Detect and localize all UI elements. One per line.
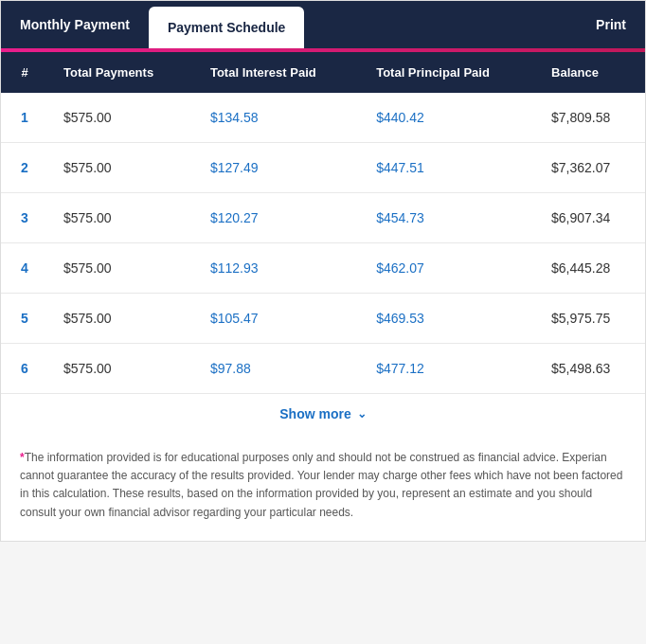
disclaimer: *The information provided is for educati… <box>1 434 645 541</box>
col-header-balance: Balance <box>536 52 645 93</box>
table-row: 3$575.00$120.27$454.73$6,907.34 <box>1 193 645 243</box>
cell-total-payments: $575.00 <box>48 93 195 143</box>
cell-balance: $6,907.34 <box>536 193 645 243</box>
tab-payment-schedule[interactable]: Payment Schedule <box>149 7 305 48</box>
table-header-row: # Total Payments Total Interest Paid Tot… <box>1 52 645 93</box>
cell-total-principal: $440.42 <box>361 93 536 143</box>
chevron-down-icon: ⌄ <box>357 407 367 420</box>
show-more-row: Show more ⌄ <box>1 393 645 434</box>
col-header-num: # <box>1 52 48 93</box>
cell-total-principal: $447.51 <box>361 143 536 193</box>
cell-num: 4 <box>1 243 48 294</box>
cell-balance: $5,498.63 <box>536 344 645 394</box>
cell-num: 1 <box>1 93 48 143</box>
cell-total-payments: $575.00 <box>48 193 195 243</box>
cell-balance: $7,362.07 <box>536 143 645 193</box>
cell-total-payments: $575.00 <box>48 143 195 193</box>
cell-total-principal: $454.73 <box>361 193 536 243</box>
main-container: Monthly Payment Payment Schedule Print #… <box>0 0 646 542</box>
cell-total-principal: $477.12 <box>361 344 536 394</box>
cell-num: 6 <box>1 344 48 394</box>
cell-total-interest: $112.93 <box>195 243 361 294</box>
print-button[interactable]: Print <box>577 1 645 48</box>
cell-num: 3 <box>1 193 48 243</box>
show-more-label: Show more <box>279 406 350 421</box>
cell-total-interest: $97.88 <box>195 344 361 394</box>
cell-balance: $6,445.28 <box>536 243 645 294</box>
table-row: 2$575.00$127.49$447.51$7,362.07 <box>1 143 645 193</box>
cell-num: 5 <box>1 294 48 344</box>
payment-schedule-table: # Total Payments Total Interest Paid Tot… <box>1 52 645 393</box>
cell-total-principal: $469.53 <box>361 294 536 344</box>
table-row: 6$575.00$97.88$477.12$5,498.63 <box>1 344 645 394</box>
cell-total-payments: $575.00 <box>48 243 195 294</box>
cell-balance: $5,975.75 <box>536 294 645 344</box>
cell-total-interest: $127.49 <box>195 143 361 193</box>
table-row: 4$575.00$112.93$462.07$6,445.28 <box>1 243 645 294</box>
cell-balance: $7,809.58 <box>536 93 645 143</box>
cell-total-principal: $462.07 <box>361 243 536 294</box>
cell-total-interest: $105.47 <box>195 294 361 344</box>
cell-total-payments: $575.00 <box>48 294 195 344</box>
col-header-total-principal: Total Principal Paid <box>361 52 536 93</box>
table-row: 1$575.00$134.58$440.42$7,809.58 <box>1 93 645 143</box>
disclaimer-text: The information provided is for educatio… <box>20 451 622 519</box>
cell-total-interest: $134.58 <box>195 93 361 143</box>
table-row: 5$575.00$105.47$469.53$5,975.75 <box>1 294 645 344</box>
col-header-total-payments: Total Payments <box>48 52 195 93</box>
col-header-total-interest: Total Interest Paid <box>195 52 361 93</box>
show-more-button[interactable]: Show more ⌄ <box>279 406 366 421</box>
tab-monthly-payment[interactable]: Monthly Payment <box>1 1 149 48</box>
cell-num: 2 <box>1 143 48 193</box>
cell-total-interest: $120.27 <box>195 193 361 243</box>
payment-schedule-table-wrapper: # Total Payments Total Interest Paid Tot… <box>1 52 645 434</box>
cell-total-payments: $575.00 <box>48 344 195 394</box>
tab-bar: Monthly Payment Payment Schedule Print <box>1 1 645 48</box>
